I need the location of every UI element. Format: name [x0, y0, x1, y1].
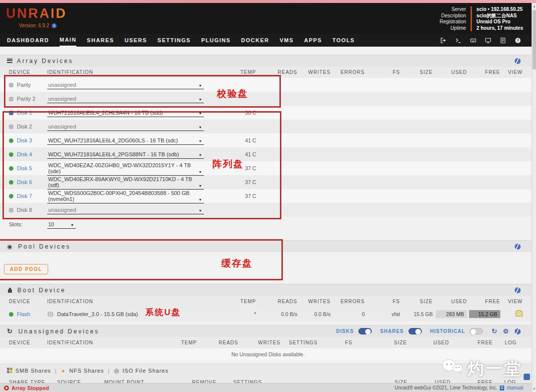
chevron-down-icon — [199, 207, 202, 213]
disks-toggle-label: DISKS — [336, 328, 354, 334]
fs-value: vfat — [365, 311, 400, 317]
device-link[interactable]: Flash — [17, 311, 30, 317]
browse-folder-icon[interactable] — [516, 311, 523, 317]
refresh-icon[interactable]: ↻ — [491, 328, 498, 334]
tab-iso-file-shares[interactable]: ◎ ISO File Shares — [114, 367, 168, 374]
boot-table-header: DEVICE IDENTIFICATION TEMP READS WRITES … — [0, 296, 536, 307]
table-row: Disk 7 WDC_WDS500G2B0C-00PXH0_20454B8035… — [0, 189, 536, 203]
historical-toggle[interactable] — [469, 328, 483, 334]
unassigned-controls: DISKS SHARES HISTORICAL ↻ ⚙ — [336, 328, 521, 334]
nav-settings[interactable]: SETTINGS — [157, 34, 191, 46]
nav-dashboard[interactable]: DASHBOARD — [7, 34, 49, 46]
scroll-down-icon[interactable] — [533, 387, 536, 391]
terminal-icon[interactable] — [455, 37, 462, 44]
table-row: Parity unassigned — [0, 78, 536, 92]
identification-select[interactable]: WDC_WDS500G2B0C-00PXH0_20454B803588 - 50… — [47, 189, 204, 203]
nav-apps[interactable]: APPS — [304, 34, 322, 46]
reads-value: 0.0 B/s — [256, 311, 297, 317]
gear-icon[interactable]: ⚙ — [503, 328, 510, 334]
scrollbar-thumb[interactable] — [533, 10, 536, 69]
device-link[interactable]: Disk 3 — [17, 137, 32, 143]
device-link[interactable]: Disk 6 — [17, 179, 32, 185]
array-icon — [7, 59, 12, 64]
size-value: 15.5 GB — [400, 311, 433, 317]
device-link[interactable]: Parity 2 — [17, 96, 35, 102]
disk-status-icon — [9, 312, 13, 317]
temp-value: 37 C — [211, 179, 256, 185]
identification-select[interactable]: WDC_WUH721816ALE6L4_2DG060LS - 16 TB (sd… — [47, 136, 204, 145]
temp-value: 38 C — [211, 110, 256, 116]
section-title: Unassigned Devices — [18, 328, 99, 335]
device-link[interactable]: Disk 5 — [17, 165, 32, 171]
table-row: Disk 5 WDC_WD40EZAZ-00ZGHB0_WD-WX32D2015… — [0, 161, 536, 175]
help-icon[interactable]: ? — [515, 37, 521, 44]
temp-value: 41 C — [211, 137, 256, 143]
device-link[interactable]: Parity — [17, 82, 31, 88]
pool-devices-header: ◉ Pool Devices — [0, 240, 536, 252]
errors-value: 0 — [331, 311, 365, 317]
free-meter: 15.2 GB — [469, 310, 500, 318]
help-ball-icon[interactable] — [515, 244, 521, 250]
identification-select[interactable]: unassigned — [47, 206, 204, 214]
identification-select[interactable]: unassigned — [47, 123, 204, 131]
pool-icon: ◉ — [7, 244, 13, 250]
keyboard-icon[interactable] — [470, 37, 476, 44]
device-link[interactable]: Disk 2 — [17, 124, 32, 130]
temp-value: 41 C — [211, 151, 256, 157]
shares-toggle[interactable] — [408, 328, 422, 334]
unassigned-icon: ↻ — [7, 328, 14, 334]
chevron-down-icon — [199, 196, 202, 202]
temp-value: 37 C — [211, 165, 256, 171]
temp-value: 37 C — [211, 193, 256, 199]
help-ball-icon[interactable] — [515, 58, 521, 64]
identification-select[interactable]: WUH721816ALE6L4_2CHL9A4N - 16 TB (sdd) — [47, 109, 204, 117]
slots-row: Slots: 10 — [0, 217, 536, 232]
identification-select[interactable]: unassigned — [47, 81, 204, 89]
tab-nfs-shares[interactable]: ▲ NFS Shares — [61, 368, 104, 374]
server-info-label: Registration — [440, 19, 470, 25]
writes-value: 0.0 B/s — [297, 311, 331, 317]
identification-select[interactable]: unassigned — [47, 95, 204, 103]
log-icon[interactable] — [500, 37, 506, 44]
info-icon[interactable] — [52, 23, 57, 28]
disk-status-icon — [9, 97, 13, 101]
temp-value: * — [211, 311, 256, 317]
slots-select[interactable]: 10 — [47, 220, 76, 229]
nav-main[interactable]: MAIN — [60, 34, 76, 47]
nav-vms[interactable]: VMS — [279, 34, 293, 46]
identification-select[interactable]: WDC_WD40EZAZ-00ZGHB0_WD-WX32D2015Y1Y - 4… — [47, 161, 204, 176]
identification-select[interactable]: WDC_WUH721816ALE6L4_2PGS88NT - 16 TB (sd… — [47, 150, 204, 159]
nav-shares[interactable]: SHARES — [87, 34, 114, 46]
server-info-value: scio • 192.168.50.25 — [470, 6, 523, 13]
identification-select[interactable]: WDC_WD40EJRX-89AKWY0_WD-WX92D21710KD - 4… — [47, 175, 204, 190]
tab-smb-shares[interactable]: SMB Shares — [7, 368, 51, 374]
nav-docker[interactable]: DOCKER — [241, 34, 269, 46]
server-info: Server scio • 192.168.50.25 Description … — [440, 6, 523, 31]
chevron-down-icon — [199, 96, 202, 102]
scroll-up-icon[interactable] — [533, 4, 536, 8]
array-stopped-icon — [4, 386, 9, 391]
nav-tools[interactable]: TOOLS — [333, 34, 355, 46]
copyright: Unraid® webGui ©2021, Lime Technology, I… — [395, 385, 523, 391]
device-link[interactable]: Disk 4 — [17, 151, 32, 157]
device-link[interactable]: Disk 8 — [17, 207, 32, 213]
nav-plugins[interactable]: PLUGINS — [201, 34, 230, 46]
chevron-down-icon — [199, 82, 202, 88]
manual-link[interactable]: manual — [507, 385, 523, 391]
table-row: Disk 2 unassigned — [0, 120, 536, 133]
help-ball-icon[interactable] — [515, 328, 521, 334]
nfs-icon: ▲ — [61, 368, 67, 373]
chevron-down-icon — [199, 137, 202, 143]
device-link[interactable]: Disk 7 — [17, 193, 32, 199]
nav-users[interactable]: USERS — [125, 34, 147, 46]
help-ball-icon[interactable] — [515, 287, 521, 293]
disk-status-icon — [9, 83, 13, 87]
device-link[interactable]: Disk 1 — [17, 110, 32, 116]
chevron-down-icon — [70, 221, 74, 227]
array-table-body: Parity unassigned Parity 2 unassigned Di… — [0, 78, 536, 217]
add-pool-button[interactable]: ADD POOL — [4, 264, 48, 274]
logout-icon[interactable] — [440, 37, 447, 44]
display-icon[interactable] — [485, 37, 491, 44]
disks-toggle[interactable] — [358, 328, 372, 334]
scrollbar[interactable] — [532, 0, 536, 392]
